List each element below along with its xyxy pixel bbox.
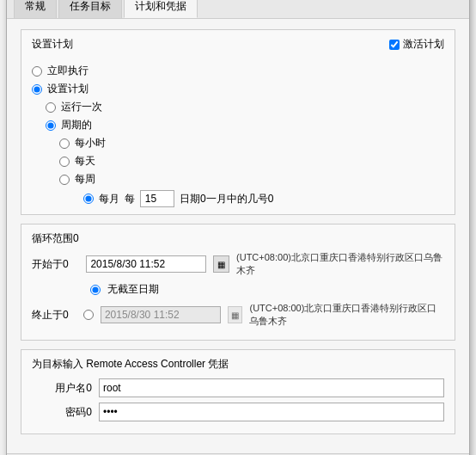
credentials-title: 为目标输入 Remote Access Controller 凭据	[32, 357, 444, 372]
activate-schedule-row: 激活计划	[389, 37, 444, 52]
activate-checkbox[interactable]	[389, 40, 400, 50]
end-calendar-button[interactable]: ▦	[228, 306, 243, 323]
no-end-radio[interactable]	[90, 285, 101, 295]
immediate-radio[interactable]	[32, 66, 42, 77]
set-schedule-radio[interactable]	[32, 84, 42, 95]
daily-label: 每天	[75, 154, 95, 169]
daily-radio[interactable]	[59, 157, 70, 167]
daily-row: 每天	[59, 154, 444, 169]
set-schedule-row: 设置计划	[32, 82, 444, 96]
run-once-radio[interactable]	[46, 102, 56, 113]
monthly-radio[interactable]	[83, 194, 94, 204]
loop-section: 循环范围0 开始于0 ▦ (UTC+08:00)北京口重庆口香港特别行政区口乌鲁…	[21, 224, 455, 341]
tab-bar: 常规 任务目标 计划和凭据	[7, 0, 469, 19]
schedule-section: 设置计划 激活计划 立即执行 设置计划 运行一次	[21, 29, 455, 215]
password-label: 密码0	[32, 405, 92, 420]
tab-schedule[interactable]: 计划和凭据	[124, 0, 198, 18]
weekly-radio[interactable]	[59, 175, 70, 185]
calendar-icon: ▦	[217, 260, 225, 269]
username-input[interactable]	[99, 378, 444, 397]
tab-general[interactable]: 常规	[14, 0, 57, 18]
hourly-row: 每小时	[59, 136, 444, 151]
credentials-section: 为目标输入 Remote Access Controller 凭据 用户名0 密…	[21, 349, 455, 434]
hourly-radio[interactable]	[59, 138, 70, 149]
username-row: 用户名0	[32, 378, 444, 397]
immediate-row: 立即执行	[32, 64, 444, 78]
calendar-icon-end: ▦	[231, 311, 239, 320]
end-row: 终止于0 ▦ (UTC+08:00)北京口重庆口香港特别行政区口乌鲁木齐	[32, 302, 444, 328]
monthly-label: 每月	[99, 192, 119, 206]
weekly-label: 每周	[75, 172, 95, 187]
immediate-label: 立即执行	[47, 64, 88, 78]
start-timezone: (UTC+08:00)北京口重庆口香港特别行政区口乌鲁木齐	[236, 251, 444, 277]
every-prefix: 每	[125, 192, 135, 206]
activate-label: 激活计划	[403, 37, 444, 52]
run-once-row: 运行一次	[46, 100, 444, 114]
dialog: 创建命令行任务 × 常规 任务目标 计划和凭据 设置计划 激活计划	[6, 0, 470, 455]
loop-section-title: 循环范围0	[32, 231, 444, 246]
no-end-label: 无截至日期	[107, 282, 159, 297]
password-input[interactable]	[99, 403, 444, 421]
password-row: 密码0	[32, 403, 444, 421]
start-datetime-input[interactable]	[86, 255, 206, 273]
end-timezone: (UTC+08:00)北京口重庆口香港特别行政区口乌鲁木齐	[249, 302, 444, 328]
end-label: 终止于0	[32, 308, 76, 323]
monthly-row: 每月 每 日期0一月中的几号0	[83, 190, 444, 207]
day-suffix: 日期0一月中的几号0	[180, 192, 273, 206]
schedule-top-row: 设置计划 激活计划	[32, 37, 444, 57]
schedule-options: 立即执行 设置计划 运行一次 周期的 每小时	[32, 64, 444, 207]
run-once-label: 运行一次	[61, 100, 102, 114]
hourly-label: 每小时	[75, 136, 106, 151]
schedule-section-title: 设置计划	[32, 37, 73, 52]
end-datetime-input[interactable]	[101, 306, 221, 323]
username-label: 用户名0	[32, 381, 92, 396]
content-area: 设置计划 激活计划 立即执行 设置计划 运行一次	[7, 19, 469, 453]
tab-target[interactable]: 任务目标	[58, 0, 122, 18]
end-date-radio[interactable]	[83, 310, 94, 320]
start-label: 开始于0	[32, 257, 79, 272]
periodic-label: 周期的	[61, 118, 92, 132]
start-calendar-button[interactable]: ▦	[213, 255, 229, 273]
periodic-radio[interactable]	[46, 120, 56, 131]
no-end-row: 无截至日期	[32, 282, 444, 297]
day-input[interactable]	[140, 190, 174, 207]
periodic-row: 周期的	[46, 118, 444, 132]
weekly-row: 每周	[59, 172, 444, 187]
start-row: 开始于0 ▦ (UTC+08:00)北京口重庆口香港特别行政区口乌鲁木齐	[32, 251, 444, 277]
set-schedule-label: 设置计划	[47, 82, 88, 96]
